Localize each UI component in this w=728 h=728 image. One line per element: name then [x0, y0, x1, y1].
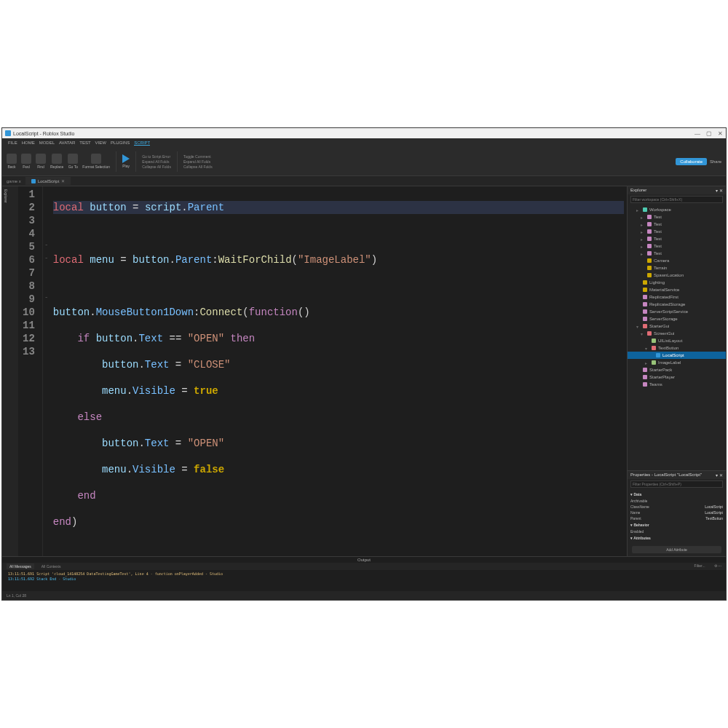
- collaborate-button[interactable]: Collaborate: [676, 158, 707, 165]
- right-panel: Explorer▾ ✕ ▸Workspace▸Test▸Test▸Test▸Te…: [627, 186, 726, 556]
- add-attribute-button[interactable]: Add Attribute: [632, 546, 721, 553]
- window-title: LocalScript - Roblox Studio: [13, 131, 74, 136]
- ribbon-format-selection[interactable]: Format Selection: [82, 154, 110, 169]
- explorer-item-localscript[interactable]: LocalScript: [628, 352, 726, 359]
- explorer-item-test[interactable]: ▸Test: [628, 250, 726, 257]
- explorer-item-starterpack[interactable]: StarterPack: [628, 366, 726, 373]
- play-button[interactable]: Play: [122, 154, 130, 168]
- statusbar: Ln 1, Col 28: [2, 591, 726, 600]
- document-tabbar: game x LocalScript ✕: [2, 176, 726, 186]
- fold-column[interactable]: ---: [43, 186, 50, 556]
- explorer-item-teams[interactable]: Teams: [628, 381, 726, 388]
- explorer-item-test[interactable]: ▸Test: [628, 213, 726, 221]
- menu-view[interactable]: VIEW: [95, 141, 106, 145]
- output-title: Output: [2, 557, 726, 563]
- explorer-item-test[interactable]: ▸Test: [628, 235, 726, 242]
- left-sidebar[interactable]: Explorer: [2, 186, 18, 556]
- ribbon-fwd[interactable]: Fwd: [21, 154, 31, 169]
- explorer-item-test[interactable]: ▸Test: [628, 228, 726, 235]
- explorer-item-spawnlocation[interactable]: SpawnLocation: [628, 272, 726, 279]
- explorer-item-replicatedstorage[interactable]: ReplicatedStorage: [628, 301, 726, 308]
- menu-file[interactable]: FILE: [8, 141, 17, 145]
- explorer-item-startergui[interactable]: ▾StarterGui: [628, 323, 726, 330]
- properties-title: Properties - LocalScript "LocalScript"▾ …: [628, 471, 726, 479]
- explorer-item-textbutton[interactable]: ▾TextButton: [628, 344, 726, 352]
- explorer-item-test[interactable]: ▸Test: [628, 242, 726, 250]
- explorer-item-test[interactable]: ▸Test: [628, 221, 726, 228]
- output-tab-messages[interactable]: All Messages: [7, 563, 34, 569]
- explorer-item-uilistlayout[interactable]: UIListLayout: [628, 337, 726, 344]
- prop-parent[interactable]: ParentTextButton: [630, 515, 723, 521]
- close-button[interactable]: ✕: [718, 130, 723, 137]
- line-gutter: 12345678910111213: [18, 186, 43, 556]
- share-button[interactable]: Share: [710, 159, 721, 164]
- game-tab[interactable]: game x: [2, 178, 25, 185]
- properties-panel: Properties - LocalScript "LocalScript"▾ …: [628, 470, 726, 556]
- output-body[interactable]: 13:11:51.691 Script 'cloud_14148254 Data…: [2, 570, 726, 583]
- menu-script[interactable]: SCRIPT: [134, 141, 150, 146]
- explorer-title: Explorer▾ ✕: [628, 186, 726, 194]
- explorer-item-materialservice[interactable]: MaterialService: [628, 286, 726, 293]
- prop-archivable[interactable]: Archivable: [630, 498, 723, 504]
- explorer-item-serverscriptservice[interactable]: ServerScriptService: [628, 308, 726, 315]
- explorer-item-starterplayer[interactable]: StarterPlayer: [628, 373, 726, 381]
- app-window: LocalScript - Roblox Studio — ▢ ✕ FILEHO…: [1, 127, 727, 601]
- prop-name[interactable]: NameLocalScript: [630, 510, 723, 515]
- prop-enabled[interactable]: Enabled: [630, 529, 723, 534]
- window-titlebar: LocalScript - Roblox Studio — ▢ ✕: [2, 128, 726, 138]
- explorer-item-replicatedfirst[interactable]: ReplicatedFirst: [628, 293, 726, 301]
- explorer-item-imagelabel[interactable]: ▸ImageLabel: [628, 359, 726, 366]
- explorer-item-screengui[interactable]: ▾ScreenGui: [628, 330, 726, 337]
- output-filter[interactable]: Filter...: [695, 563, 705, 569]
- code-area[interactable]: local button = script.Parent local menu …: [50, 186, 627, 556]
- ribbon-comment-group: Toggle Comment Expand All Folds Collapse…: [183, 154, 213, 169]
- script-icon: [31, 179, 36, 183]
- ribbon-fold-group: Go to Script Error Expand All Folds Coll…: [142, 154, 171, 169]
- menu-plugins[interactable]: PLUGINS: [111, 141, 130, 145]
- minimize-button[interactable]: —: [695, 130, 700, 137]
- menu-model[interactable]: MODEL: [39, 141, 55, 145]
- script-tab[interactable]: LocalScript ✕: [25, 177, 71, 185]
- output-tab-contexts[interactable]: All Contexts: [39, 563, 64, 569]
- properties-search[interactable]: [630, 480, 723, 488]
- menubar: FILEHOMEMODELAVATARTESTVIEWPLUGINSSCRIPT: [2, 138, 726, 147]
- ribbon-find[interactable]: Find: [36, 154, 46, 169]
- menu-avatar[interactable]: AVATAR: [59, 141, 75, 145]
- app-icon: [5, 130, 11, 136]
- play-icon: [122, 154, 130, 163]
- code-editor[interactable]: 12345678910111213 --- local button = scr…: [18, 186, 627, 556]
- explorer-item-workspace[interactable]: ▸Workspace: [628, 206, 726, 213]
- ribbon-back[interactable]: Back: [7, 154, 17, 169]
- ribbon: BackFwdFindReplaceGo ToFormat Selection …: [2, 147, 726, 176]
- menu-test[interactable]: TEST: [79, 141, 90, 145]
- explorer-search[interactable]: [630, 196, 723, 203]
- ribbon-replace[interactable]: Replace: [50, 154, 63, 169]
- explorer-item-terrain[interactable]: Terrain: [628, 264, 726, 272]
- maximize-button[interactable]: ▢: [706, 130, 712, 137]
- output-panel: Output All Messages All Contexts Filter.…: [2, 556, 726, 591]
- explorer-item-lighting[interactable]: Lighting: [628, 279, 726, 286]
- explorer-item-serverstorage[interactable]: ServerStorage: [628, 315, 726, 323]
- explorer-tree[interactable]: ▸Workspace▸Test▸Test▸Test▸Test▸Test▸Test…: [628, 205, 726, 470]
- ribbon-go-to[interactable]: Go To: [68, 154, 78, 169]
- prop-classname[interactable]: ClassNameLocalScript: [630, 504, 723, 510]
- explorer-item-camera[interactable]: Camera: [628, 257, 726, 264]
- menu-home[interactable]: HOME: [22, 141, 35, 145]
